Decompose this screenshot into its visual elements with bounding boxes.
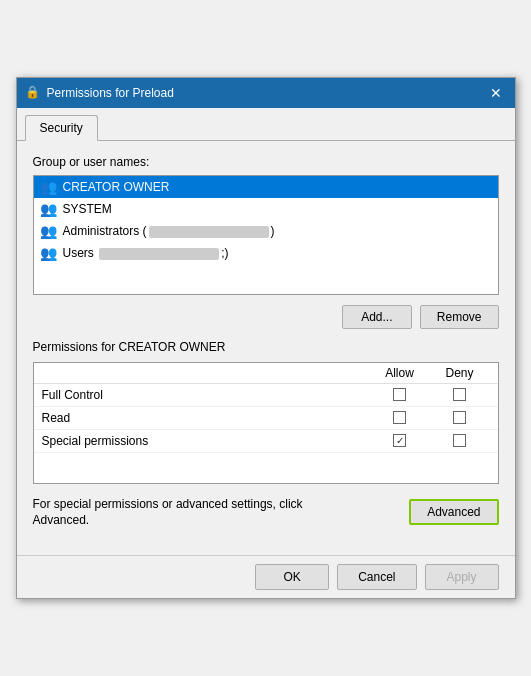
list-item[interactable]: 👥 Administrators (): [34, 220, 498, 242]
apply-button[interactable]: Apply: [425, 564, 499, 590]
ok-button[interactable]: OK: [255, 564, 329, 590]
remove-button[interactable]: Remove: [420, 305, 499, 329]
user-name: CREATOR OWNER: [63, 180, 170, 194]
tab-security[interactable]: Security: [25, 115, 98, 141]
user-icon: 👥: [40, 201, 57, 217]
user-action-buttons: Add... Remove: [33, 305, 499, 329]
user-icon: 👥: [40, 223, 57, 239]
allow-checkbox-cell: ✓: [370, 434, 430, 447]
group-label: Group or user names:: [33, 155, 499, 169]
perm-name: Full Control: [42, 388, 370, 402]
permissions-header: Allow Deny: [34, 363, 498, 384]
perm-col-deny: Deny: [430, 366, 490, 380]
perm-name: Read: [42, 411, 370, 425]
special-allow-checkbox[interactable]: ✓: [393, 434, 406, 447]
permissions-label: Permissions for CREATOR OWNER: [33, 339, 499, 356]
allow-checkbox-cell: [370, 388, 430, 401]
read-allow-checkbox[interactable]: [393, 411, 406, 424]
user-icon: 👥: [40, 245, 57, 261]
read-deny-checkbox[interactable]: [453, 411, 466, 424]
deny-checkbox-cell: [430, 388, 490, 401]
advanced-section: For special permissions or advanced sett…: [33, 496, 499, 530]
permissions-dialog: 🔒 Permissions for Preload ✕ Security Gro…: [16, 77, 516, 599]
deny-checkbox-cell: [430, 434, 490, 447]
table-row: Read: [34, 407, 498, 430]
title-bar-left: 🔒 Permissions for Preload: [25, 85, 174, 101]
list-item[interactable]: 👥 SYSTEM: [34, 198, 498, 220]
advanced-note: For special permissions or advanced sett…: [33, 496, 313, 530]
user-name: SYSTEM: [63, 202, 112, 216]
cancel-button[interactable]: Cancel: [337, 564, 416, 590]
close-button[interactable]: ✕: [485, 82, 507, 104]
user-icon: 👥: [40, 179, 57, 195]
full-control-deny-checkbox[interactable]: [453, 388, 466, 401]
full-control-allow-checkbox[interactable]: [393, 388, 406, 401]
table-row: Special permissions ✓: [34, 430, 498, 453]
deny-checkbox-cell: [430, 411, 490, 424]
dialog-icon: 🔒: [25, 85, 41, 101]
dialog-content: Group or user names: 👥 CREATOR OWNER 👥 S…: [17, 141, 515, 555]
user-list[interactable]: 👥 CREATOR OWNER 👥 SYSTEM 👥 Administrator…: [33, 175, 499, 295]
list-item[interactable]: 👥 Users ;): [34, 242, 498, 264]
table-row: Full Control: [34, 384, 498, 407]
tab-bar: Security: [17, 108, 515, 141]
perm-col-allow: Allow: [370, 366, 430, 380]
permissions-table: Allow Deny Full Control Read: [33, 362, 499, 484]
advanced-button[interactable]: Advanced: [409, 499, 498, 525]
title-bar: 🔒 Permissions for Preload ✕: [17, 78, 515, 108]
add-button[interactable]: Add...: [342, 305, 412, 329]
perm-name: Special permissions: [42, 434, 370, 448]
dialog-title: Permissions for Preload: [47, 86, 174, 100]
allow-checkbox-cell: [370, 411, 430, 424]
dialog-buttons: OK Cancel Apply: [17, 555, 515, 598]
empty-rows: [34, 453, 498, 483]
list-item[interactable]: 👥 CREATOR OWNER: [34, 176, 498, 198]
user-name: Users ;): [63, 246, 229, 260]
special-deny-checkbox[interactable]: [453, 434, 466, 447]
user-name: Administrators (): [63, 224, 275, 238]
